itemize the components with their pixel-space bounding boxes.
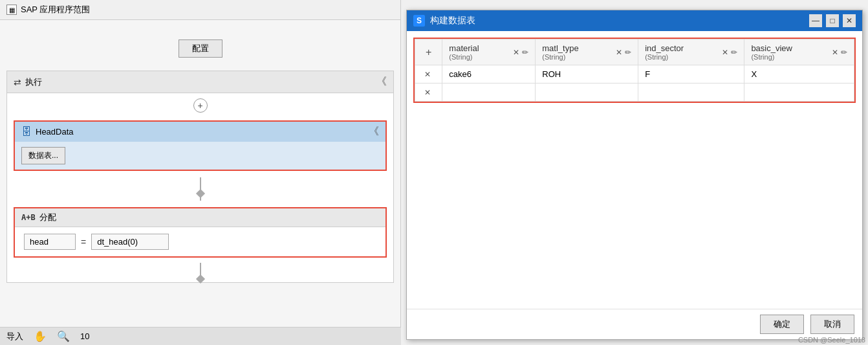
col-indsector-edit[interactable]: ✏	[731, 48, 737, 57]
headdata-title: HeadData	[36, 127, 74, 137]
cancel-button[interactable]: 取消	[810, 315, 854, 334]
execute-header-left: ⇄ 执行	[14, 76, 42, 88]
data-table: + material (String) ✕ ✏	[415, 39, 854, 102]
execute-section: ⇄ 执行 《 + 🗄 HeadData 《 数据表...	[6, 71, 394, 283]
sap-footer: 导入 ✋ 🔍 10	[0, 327, 401, 345]
row2-material[interactable]	[442, 83, 536, 102]
add-row-header: +	[415, 39, 442, 65]
modal-body: + material (String) ✕ ✏	[407, 31, 862, 309]
search-icon[interactable]: 🔍	[57, 330, 70, 342]
headdata-header: 🗄 HeadData 《	[15, 122, 385, 142]
row1-delete-cell: ✕	[415, 65, 442, 83]
headdata-block: 🗄 HeadData 《 数据表...	[14, 120, 387, 171]
config-button[interactable]: 配置	[179, 39, 222, 58]
assign-label: 分配	[39, 212, 56, 223]
modal-title: 构建数据表	[430, 15, 475, 27]
sap-panel: ▦ SAP 应用程序范围 配置 ⇄ 执行 《 + 🗄 HeadData 《	[0, 0, 401, 345]
add-row-button[interactable]: +	[422, 45, 435, 60]
row1-delete-btn[interactable]: ✕	[422, 70, 433, 79]
hand-icon[interactable]: ✋	[34, 330, 47, 342]
col-header-matl-type: matl_type (String) ✕ ✏	[536, 39, 638, 65]
assign-body: head = dt_head(0)	[15, 227, 385, 256]
headdata-collapse-btn[interactable]: 《	[369, 125, 379, 139]
modal-dialog: S 构建数据表 — □ ✕ +	[406, 10, 863, 340]
row1-basic-view[interactable]: X	[744, 65, 854, 83]
modal-title-left: S 构建数据表	[413, 15, 475, 27]
row1-material[interactable]: cake6	[442, 65, 536, 83]
modal-title-controls: — □ ✕	[809, 14, 856, 27]
data-grid: + material (String) ✕ ✏	[413, 38, 856, 103]
sap-header-title: SAP 应用程序范围	[21, 4, 90, 16]
row1-ind-sector[interactable]: F	[638, 65, 744, 83]
data-table-button[interactable]: 数据表...	[21, 147, 65, 164]
modal-maximize-btn[interactable]: □	[826, 14, 839, 27]
assign-block: A+B 分配 head = dt_head(0)	[14, 207, 387, 258]
col-header-ind-sector: ind_sector (String) ✕ ✏	[638, 39, 744, 65]
table-header-row: + material (String) ✕ ✏	[415, 39, 854, 65]
sap-header: ▦ SAP 应用程序范围	[0, 0, 400, 20]
col-indsector-close[interactable]: ✕	[722, 48, 728, 57]
watermark: CSDN @Seele_1018	[798, 336, 865, 344]
execute-collapse-btn[interactable]: 《	[376, 75, 387, 89]
bottom-connector	[7, 263, 393, 282]
row2-delete-cell: ✕	[415, 83, 442, 102]
import-label: 导入	[6, 331, 23, 342]
headdata-body: 数据表...	[15, 142, 385, 170]
row2-ind-sector[interactable]	[638, 83, 744, 102]
modal-s-icon: S	[413, 15, 425, 27]
db-icon: 🗄	[21, 126, 32, 138]
bottom-diamond	[195, 274, 204, 284]
table-row: ✕	[415, 83, 854, 102]
assign-variable[interactable]: head	[24, 234, 76, 250]
execute-label: 执行	[25, 76, 42, 88]
add-node-button[interactable]: +	[193, 98, 208, 113]
col-matltype-edit[interactable]: ✏	[625, 48, 631, 57]
col-basicview-edit[interactable]: ✏	[841, 48, 847, 57]
col-header-material: material (String) ✕ ✏	[442, 39, 536, 65]
col-header-basic-view: basic_view (String) ✕ ✏	[744, 39, 854, 65]
col-basicview-close[interactable]: ✕	[832, 48, 838, 57]
add-circle-area: +	[7, 93, 393, 118]
execute-header: ⇄ 执行 《	[7, 71, 393, 93]
modal-footer: 确定 取消	[407, 309, 862, 339]
assign-equals: =	[81, 237, 86, 247]
connector-1	[7, 173, 393, 205]
row2-basic-view[interactable]	[744, 83, 854, 102]
row1-matl-type[interactable]: ROH	[536, 65, 638, 83]
modal-titlebar: S 构建数据表 — □ ✕	[407, 10, 862, 31]
config-button-area: 配置	[0, 39, 400, 58]
assign-header: A+B 分配	[15, 208, 385, 227]
headdata-header-left: 🗄 HeadData	[21, 126, 74, 138]
confirm-button[interactable]: 确定	[760, 315, 804, 334]
modal-close-btn[interactable]: ✕	[843, 14, 856, 27]
col-material-edit[interactable]: ✏	[522, 48, 528, 57]
assign-expression[interactable]: dt_head(0)	[91, 234, 169, 250]
col-material-close[interactable]: ✕	[513, 48, 519, 57]
connector-diamond-1	[195, 189, 204, 198]
sap-grid-icon: ▦	[6, 5, 17, 15]
row2-matl-type[interactable]	[536, 83, 638, 102]
modal-minimize-btn[interactable]: —	[809, 14, 822, 27]
zoom-level: 10	[80, 331, 89, 341]
table-row: ✕ cake6 ROH F X	[415, 65, 854, 83]
execute-icon: ⇄	[14, 77, 21, 87]
assign-icon: A+B	[21, 213, 36, 222]
col-matltype-close[interactable]: ✕	[616, 48, 622, 57]
row2-delete-btn[interactable]: ✕	[422, 88, 433, 97]
